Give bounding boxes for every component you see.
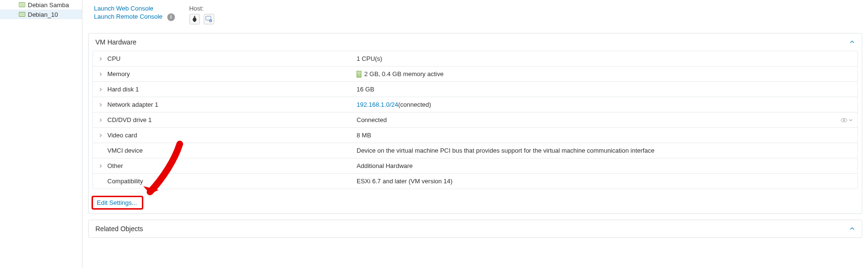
hw-row-memory: Memory 2 GB, 0.4 GB memory active xyxy=(93,67,857,82)
info-icon[interactable]: i xyxy=(167,13,175,21)
host-label: Host: xyxy=(189,5,214,12)
console-links: Launch Web Console Launch Remote Console… xyxy=(94,5,175,21)
hw-row-net1: Network adapter 1 192.168.1.0/24 (connec… xyxy=(93,97,857,112)
collapse-icon[interactable] xyxy=(849,226,855,232)
hw-row-cpu: CPU 1 CPU(s) xyxy=(93,51,857,67)
chevron-right-icon[interactable] xyxy=(98,164,104,168)
hw-row-vmci: VMCI device Device on the virtual machin… xyxy=(93,143,857,158)
network-link[interactable]: 192.168.1.0/24 xyxy=(357,101,398,108)
chevron-right-icon[interactable] xyxy=(98,118,104,122)
memory-icon xyxy=(357,71,361,78)
vm-hardware-table: CPU 1 CPU(s) Memory xyxy=(93,51,858,189)
vm-icon xyxy=(18,11,26,18)
launch-remote-console-link[interactable]: Launch Remote Console xyxy=(94,13,162,20)
hw-label: Video card xyxy=(107,132,137,139)
hw-value: Device on the virtual machine PCI bus th… xyxy=(357,147,654,154)
chevron-right-icon[interactable] xyxy=(98,88,104,91)
svg-point-5 xyxy=(195,17,195,17)
hw-label: CPU xyxy=(107,55,120,62)
svg-rect-1 xyxy=(20,3,24,6)
tree-item-label: Debian_10 xyxy=(28,11,58,18)
vm-icon xyxy=(18,1,26,9)
eye-icon xyxy=(840,118,848,123)
related-objects-panel: Related Objects xyxy=(88,220,862,238)
vm-hardware-title: VM Hardware xyxy=(95,38,137,46)
launch-web-console-link[interactable]: Launch Web Console xyxy=(94,5,175,12)
hw-label: Other xyxy=(107,162,123,169)
host-settings-icon xyxy=(204,14,214,24)
tree-item-debian-samba[interactable]: Debian Samba xyxy=(0,0,82,10)
hw-row-other: Other Additional Hardware xyxy=(93,158,857,174)
tree-item-debian-10[interactable]: Debian_10 xyxy=(0,10,82,19)
linux-icon xyxy=(189,14,200,24)
hw-row-compat: Compatibility ESXi 6.7 and later (VM ver… xyxy=(93,174,857,189)
hw-label: CD/DVD drive 1 xyxy=(107,116,151,123)
chevron-right-icon[interactable] xyxy=(98,134,104,137)
annotation-highlight-box: Edit Settings... xyxy=(92,196,143,210)
hw-value: 2 GB, 0.4 GB memory active xyxy=(364,70,443,78)
hw-value: ESXi 6.7 and later (VM version 14) xyxy=(357,178,452,185)
collapse-icon[interactable] xyxy=(849,39,855,45)
hw-label: Memory xyxy=(107,70,130,78)
svg-rect-3 xyxy=(20,13,24,15)
hw-value-suffix: (connected) xyxy=(398,101,431,108)
hw-value: 8 MB xyxy=(357,132,371,139)
chevron-right-icon[interactable] xyxy=(98,103,104,107)
chevron-right-icon[interactable] xyxy=(98,57,104,61)
svg-point-4 xyxy=(194,17,194,17)
chevron-right-icon[interactable] xyxy=(98,72,104,76)
vm-hardware-panel: VM Hardware CPU 1 CPU xyxy=(88,33,862,214)
hw-value: 1 CPU(s) xyxy=(357,55,382,62)
main-content: Launch Web Console Launch Remote Console… xyxy=(82,0,868,268)
hw-label: VMCI device xyxy=(107,147,143,154)
host-block: Host: xyxy=(189,5,214,24)
hw-row-cd1: CD/DVD drive 1 Connected xyxy=(93,112,857,128)
related-objects-title: Related Objects xyxy=(95,225,143,233)
hw-value: 16 GB xyxy=(357,86,374,93)
hw-row-disk1: Hard disk 1 16 GB xyxy=(93,82,857,97)
hw-label: Network adapter 1 xyxy=(107,101,158,108)
hw-label: Compatibility xyxy=(107,178,143,185)
svg-point-8 xyxy=(843,119,845,121)
chevron-down-icon xyxy=(849,119,853,122)
hw-label: Hard disk 1 xyxy=(107,86,139,93)
tree-item-label: Debian Samba xyxy=(28,1,69,9)
edit-settings-link[interactable]: Edit Settings... xyxy=(97,199,137,206)
hw-value: Additional Hardware xyxy=(357,162,413,169)
sidebar: Debian Samba Debian_10 xyxy=(0,0,82,268)
visibility-toggle[interactable] xyxy=(840,118,853,123)
hw-row-video: Video card 8 MB xyxy=(93,128,857,143)
hw-value: Connected xyxy=(357,116,387,123)
